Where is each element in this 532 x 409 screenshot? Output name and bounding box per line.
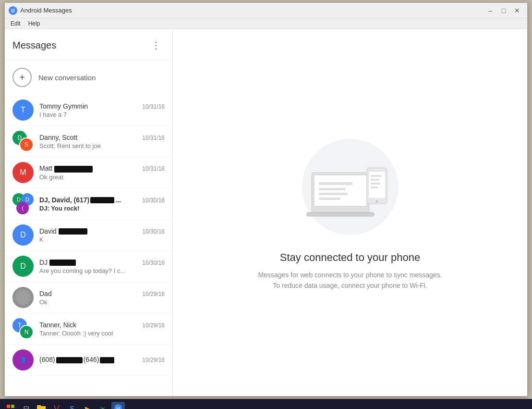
svg-text:M: M	[11, 8, 15, 13]
conv-preview-tanner-nick: Tanner: Ooooh :) very cool	[39, 330, 165, 337]
file-explorer-button[interactable]	[35, 402, 48, 409]
more-options-button[interactable]: ⋮	[147, 37, 165, 54]
conv-name-dj: DJ	[39, 259, 76, 266]
stay-desc-line1: Messages for web connects to your phone …	[258, 271, 442, 279]
conv-header-danny-scott: Danny, Scott 10/31/16	[39, 134, 165, 141]
new-conv-icon: +	[12, 68, 32, 87]
browser-button[interactable]: V	[50, 402, 63, 409]
conv-info-tommy: Tommy Gymmin 10/31/16 I have a 7	[39, 102, 165, 118]
conv-preview-david: K	[39, 236, 165, 243]
conv-name-david: David	[39, 227, 87, 235]
avatar-tommy: T	[12, 99, 34, 121]
conv-name-tanner-nick: Tanner, Nick	[39, 321, 76, 329]
svg-rect-7	[319, 193, 348, 195]
avatar-dad	[12, 287, 34, 308]
window-title: Android Messages	[20, 7, 484, 14]
svg-rect-14	[371, 183, 380, 185]
menu-edit[interactable]: Edit	[7, 19, 24, 28]
conv-name-608: (608) (646)	[39, 356, 115, 363]
av3-617: (	[16, 202, 29, 214]
svg-rect-17	[7, 405, 10, 408]
redacted-block-dj	[90, 197, 114, 203]
conv-header-dj: DJ 10/30/16	[39, 259, 165, 266]
conv-name-matt: Matt	[39, 164, 93, 172]
redacted-block-david	[59, 228, 87, 235]
svg-text:M: M	[116, 406, 120, 409]
conv-info-danny-scott: Danny, Scott 10/31/16 Scott: Rent sent t…	[39, 134, 165, 149]
conv-item-dad[interactable]: Dad 10/29/16 Ok	[5, 282, 172, 313]
main-content: Messages ⋮ + New conversation T Tommy Gy…	[5, 29, 527, 396]
conv-item-matt[interactable]: M Matt 10/31/16 Ok great	[5, 157, 172, 188]
conv-header-tanner-nick: Tanner, Nick 10/29/16	[39, 321, 165, 329]
conv-info-dj-david: DJ, David, (617) ... 10/30/16 DJ: You ro…	[39, 196, 165, 212]
sidebar-title: Messages	[12, 40, 147, 51]
menu-help[interactable]: Help	[24, 19, 44, 28]
conv-time-dj-david: 10/30/16	[142, 197, 165, 204]
app-icon: M	[9, 6, 17, 15]
conv-name-tommy: Tommy Gymmin	[39, 102, 88, 110]
conv-header-tommy: Tommy Gymmin 10/31/16	[39, 102, 165, 110]
conv-item-david[interactable]: D David 10/30/16 K	[5, 220, 172, 251]
conv-time-dj: 10/30/16	[142, 260, 165, 266]
taskbar: ⊟ V S ▶ ✂ M	[0, 399, 532, 409]
conv-item-tanner-nick[interactable]: T N Tanner, Nick 10/29/16 Tanner: Ooooh …	[5, 313, 172, 345]
conv-preview-dj: Are you coming up today? I c...	[39, 267, 165, 274]
stay-connected-desc: Messages for web connects to your phone …	[258, 270, 442, 291]
svg-rect-18	[11, 405, 14, 408]
svg-rect-13	[371, 179, 379, 181]
conv-header-dj-david: DJ, David, (617) ... 10/30/16	[39, 196, 165, 204]
conv-preview-danny-scott: Scott: Rent sent to joe	[39, 142, 165, 149]
conv-preview-dj-david: DJ: You rock!	[39, 205, 165, 212]
app4-button[interactable]: ✂	[96, 402, 109, 409]
conv-item-dj-david[interactable]: D D ( DJ, David, (617) ... 10/30/16 DJ: …	[5, 188, 172, 220]
start-button[interactable]	[4, 402, 17, 409]
svg-rect-15	[371, 186, 378, 188]
svg-rect-4	[314, 175, 367, 206]
app3-button[interactable]: ▶	[81, 402, 94, 409]
sidebar-header: Messages ⋮	[5, 29, 172, 60]
svg-rect-8	[319, 198, 340, 200]
steam-button[interactable]: S	[65, 402, 79, 409]
stay-desc-line2: To reduce data usage, connect your phone…	[273, 282, 427, 289]
conv-header-dad: Dad 10/29/16	[39, 290, 165, 297]
right-panel: Stay connected to your phone Messages fo…	[173, 29, 527, 396]
conv-item-dj[interactable]: D DJ 10/30/16 Are you coming up today? I…	[5, 251, 172, 282]
redacted-block	[54, 166, 93, 173]
avatar-tanner-nick: T N	[12, 318, 34, 339]
conv-info-david: David 10/30/16 K	[39, 227, 165, 243]
conv-header-david: David 10/30/16	[39, 227, 165, 235]
app-window: M Android Messages – □ ✕ Edit Help Messa…	[4, 2, 528, 397]
new-conversation-button[interactable]: + New conversation	[5, 60, 172, 95]
conv-time-david: 10/30/16	[142, 228, 165, 235]
conv-time-608: 10/29/16	[142, 357, 165, 363]
avatar-david: D	[12, 224, 34, 246]
av2: S	[19, 137, 34, 152]
avatar-danny-scott: D S	[12, 131, 34, 152]
avatar-dj-david: D D (	[12, 193, 34, 214]
conv-item-danny-scott[interactable]: D S Danny, Scott 10/31/16 Scott: Rent se…	[5, 126, 172, 157]
svg-point-16	[375, 200, 378, 203]
conv-info-608: (608) (646) 10/29/16	[39, 356, 165, 364]
menubar: Edit Help	[5, 18, 527, 29]
conv-item-tommy[interactable]: T Tommy Gymmin 10/31/16 I have a 7	[5, 95, 172, 126]
close-button[interactable]: ✕	[511, 6, 523, 15]
conv-item-608[interactable]: 👤 (608) (646) 10/29/16	[5, 345, 172, 376]
avatar-dj: D	[12, 256, 34, 277]
conv-header-608: (608) (646) 10/29/16	[39, 356, 165, 363]
conv-name-dad: Dad	[39, 290, 52, 297]
redacted-block-608a	[56, 357, 83, 363]
svg-rect-12	[371, 175, 381, 177]
task-view-button[interactable]: ⊟	[19, 402, 33, 409]
messages-button[interactable]: M	[111, 402, 125, 409]
svg-rect-6	[319, 188, 345, 190]
svg-rect-23	[37, 405, 41, 407]
conv-preview-tommy: I have a 7	[39, 111, 165, 118]
redacted-block-dj2	[49, 260, 76, 266]
conv-info-dj: DJ 10/30/16 Are you coming up today? I c…	[39, 259, 165, 274]
stay-connected-title: Stay connected to your phone	[280, 251, 420, 264]
conv-name-dj-david: DJ, David, (617) ...	[39, 196, 121, 204]
svg-rect-5	[319, 182, 352, 185]
conv-info-matt: Matt 10/31/16 Ok great	[39, 164, 165, 180]
maximize-button[interactable]: □	[497, 6, 510, 15]
minimize-button[interactable]: –	[484, 6, 496, 15]
